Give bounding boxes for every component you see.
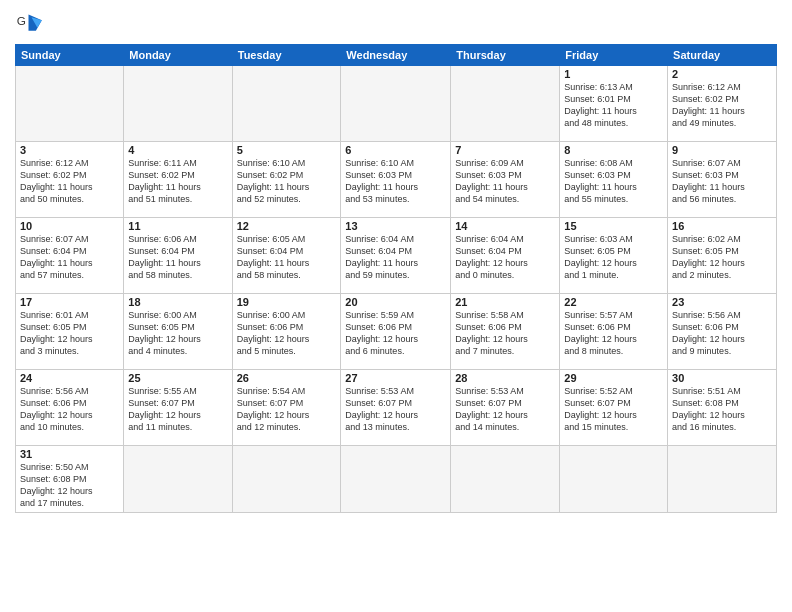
day-number: 25 (128, 372, 227, 384)
svg-text:G: G (17, 14, 26, 27)
day-number: 21 (455, 296, 555, 308)
calendar-cell (451, 446, 560, 513)
day-info: Sunrise: 5:56 AM Sunset: 6:06 PM Dayligh… (20, 385, 119, 434)
day-number: 17 (20, 296, 119, 308)
day-number: 11 (128, 220, 227, 232)
day-number: 23 (672, 296, 772, 308)
day-number: 31 (20, 448, 119, 460)
day-info: Sunrise: 5:55 AM Sunset: 6:07 PM Dayligh… (128, 385, 227, 434)
day-number: 13 (345, 220, 446, 232)
day-info: Sunrise: 6:02 AM Sunset: 6:05 PM Dayligh… (672, 233, 772, 282)
day-info: Sunrise: 5:50 AM Sunset: 6:08 PM Dayligh… (20, 461, 119, 510)
day-number: 26 (237, 372, 337, 384)
calendar-cell: 30Sunrise: 5:51 AM Sunset: 6:08 PM Dayli… (668, 370, 777, 446)
page: G SundayMondayTuesdayWednesdayThursdayFr… (0, 0, 792, 612)
calendar-cell: 1Sunrise: 6:13 AM Sunset: 6:01 PM Daylig… (560, 66, 668, 142)
day-info: Sunrise: 6:11 AM Sunset: 6:02 PM Dayligh… (128, 157, 227, 206)
calendar-cell: 16Sunrise: 6:02 AM Sunset: 6:05 PM Dayli… (668, 218, 777, 294)
calendar-cell (124, 66, 232, 142)
day-info: Sunrise: 6:12 AM Sunset: 6:02 PM Dayligh… (20, 157, 119, 206)
day-info: Sunrise: 5:53 AM Sunset: 6:07 PM Dayligh… (455, 385, 555, 434)
calendar-week-6: 31Sunrise: 5:50 AM Sunset: 6:08 PM Dayli… (16, 446, 777, 513)
day-info: Sunrise: 5:51 AM Sunset: 6:08 PM Dayligh… (672, 385, 772, 434)
weekday-header-friday: Friday (560, 45, 668, 66)
calendar-cell (451, 66, 560, 142)
day-info: Sunrise: 5:54 AM Sunset: 6:07 PM Dayligh… (237, 385, 337, 434)
day-number: 28 (455, 372, 555, 384)
day-number: 27 (345, 372, 446, 384)
calendar-cell (16, 66, 124, 142)
day-info: Sunrise: 5:57 AM Sunset: 6:06 PM Dayligh… (564, 309, 663, 358)
calendar-cell: 15Sunrise: 6:03 AM Sunset: 6:05 PM Dayli… (560, 218, 668, 294)
day-info: Sunrise: 6:12 AM Sunset: 6:02 PM Dayligh… (672, 81, 772, 130)
day-number: 15 (564, 220, 663, 232)
day-info: Sunrise: 6:08 AM Sunset: 6:03 PM Dayligh… (564, 157, 663, 206)
day-info: Sunrise: 5:59 AM Sunset: 6:06 PM Dayligh… (345, 309, 446, 358)
day-number: 5 (237, 144, 337, 156)
calendar-cell: 17Sunrise: 6:01 AM Sunset: 6:05 PM Dayli… (16, 294, 124, 370)
day-info: Sunrise: 6:01 AM Sunset: 6:05 PM Dayligh… (20, 309, 119, 358)
day-info: Sunrise: 6:04 AM Sunset: 6:04 PM Dayligh… (455, 233, 555, 282)
day-number: 7 (455, 144, 555, 156)
calendar-cell: 6Sunrise: 6:10 AM Sunset: 6:03 PM Daylig… (341, 142, 451, 218)
calendar-cell: 26Sunrise: 5:54 AM Sunset: 6:07 PM Dayli… (232, 370, 341, 446)
day-number: 9 (672, 144, 772, 156)
day-info: Sunrise: 6:07 AM Sunset: 6:04 PM Dayligh… (20, 233, 119, 282)
calendar-cell: 9Sunrise: 6:07 AM Sunset: 6:03 PM Daylig… (668, 142, 777, 218)
calendar-cell (341, 66, 451, 142)
calendar-cell (232, 66, 341, 142)
calendar-week-1: 1Sunrise: 6:13 AM Sunset: 6:01 PM Daylig… (16, 66, 777, 142)
calendar-cell: 23Sunrise: 5:56 AM Sunset: 6:06 PM Dayli… (668, 294, 777, 370)
calendar-table: SundayMondayTuesdayWednesdayThursdayFrid… (15, 44, 777, 513)
calendar-cell (124, 446, 232, 513)
weekday-header-tuesday: Tuesday (232, 45, 341, 66)
day-info: Sunrise: 6:07 AM Sunset: 6:03 PM Dayligh… (672, 157, 772, 206)
day-number: 29 (564, 372, 663, 384)
weekday-header-monday: Monday (124, 45, 232, 66)
calendar-cell: 4Sunrise: 6:11 AM Sunset: 6:02 PM Daylig… (124, 142, 232, 218)
weekday-header-wednesday: Wednesday (341, 45, 451, 66)
calendar-cell: 13Sunrise: 6:04 AM Sunset: 6:04 PM Dayli… (341, 218, 451, 294)
day-info: Sunrise: 6:06 AM Sunset: 6:04 PM Dayligh… (128, 233, 227, 282)
logo: G (15, 10, 49, 38)
calendar-cell: 10Sunrise: 6:07 AM Sunset: 6:04 PM Dayli… (16, 218, 124, 294)
calendar-cell: 25Sunrise: 5:55 AM Sunset: 6:07 PM Dayli… (124, 370, 232, 446)
day-info: Sunrise: 6:10 AM Sunset: 6:02 PM Dayligh… (237, 157, 337, 206)
header: G (15, 10, 777, 38)
day-number: 20 (345, 296, 446, 308)
calendar-cell: 5Sunrise: 6:10 AM Sunset: 6:02 PM Daylig… (232, 142, 341, 218)
calendar-cell: 29Sunrise: 5:52 AM Sunset: 6:07 PM Dayli… (560, 370, 668, 446)
calendar-cell: 18Sunrise: 6:00 AM Sunset: 6:05 PM Dayli… (124, 294, 232, 370)
calendar-cell: 27Sunrise: 5:53 AM Sunset: 6:07 PM Dayli… (341, 370, 451, 446)
day-number: 2 (672, 68, 772, 80)
day-number: 4 (128, 144, 227, 156)
calendar-cell (232, 446, 341, 513)
day-info: Sunrise: 5:56 AM Sunset: 6:06 PM Dayligh… (672, 309, 772, 358)
calendar-week-3: 10Sunrise: 6:07 AM Sunset: 6:04 PM Dayli… (16, 218, 777, 294)
day-number: 19 (237, 296, 337, 308)
day-info: Sunrise: 6:00 AM Sunset: 6:05 PM Dayligh… (128, 309, 227, 358)
day-number: 22 (564, 296, 663, 308)
day-number: 30 (672, 372, 772, 384)
day-info: Sunrise: 6:03 AM Sunset: 6:05 PM Dayligh… (564, 233, 663, 282)
calendar-week-5: 24Sunrise: 5:56 AM Sunset: 6:06 PM Dayli… (16, 370, 777, 446)
calendar-week-4: 17Sunrise: 6:01 AM Sunset: 6:05 PM Dayli… (16, 294, 777, 370)
calendar-cell: 14Sunrise: 6:04 AM Sunset: 6:04 PM Dayli… (451, 218, 560, 294)
weekday-header-sunday: Sunday (16, 45, 124, 66)
calendar-cell: 22Sunrise: 5:57 AM Sunset: 6:06 PM Dayli… (560, 294, 668, 370)
day-number: 6 (345, 144, 446, 156)
calendar-cell: 21Sunrise: 5:58 AM Sunset: 6:06 PM Dayli… (451, 294, 560, 370)
day-number: 8 (564, 144, 663, 156)
weekday-header-saturday: Saturday (668, 45, 777, 66)
calendar-cell: 24Sunrise: 5:56 AM Sunset: 6:06 PM Dayli… (16, 370, 124, 446)
day-number: 18 (128, 296, 227, 308)
calendar-cell: 12Sunrise: 6:05 AM Sunset: 6:04 PM Dayli… (232, 218, 341, 294)
day-number: 10 (20, 220, 119, 232)
calendar-cell: 19Sunrise: 6:00 AM Sunset: 6:06 PM Dayli… (232, 294, 341, 370)
day-info: Sunrise: 6:00 AM Sunset: 6:06 PM Dayligh… (237, 309, 337, 358)
day-number: 14 (455, 220, 555, 232)
calendar-cell: 8Sunrise: 6:08 AM Sunset: 6:03 PM Daylig… (560, 142, 668, 218)
day-info: Sunrise: 6:04 AM Sunset: 6:04 PM Dayligh… (345, 233, 446, 282)
day-number: 1 (564, 68, 663, 80)
day-number: 16 (672, 220, 772, 232)
